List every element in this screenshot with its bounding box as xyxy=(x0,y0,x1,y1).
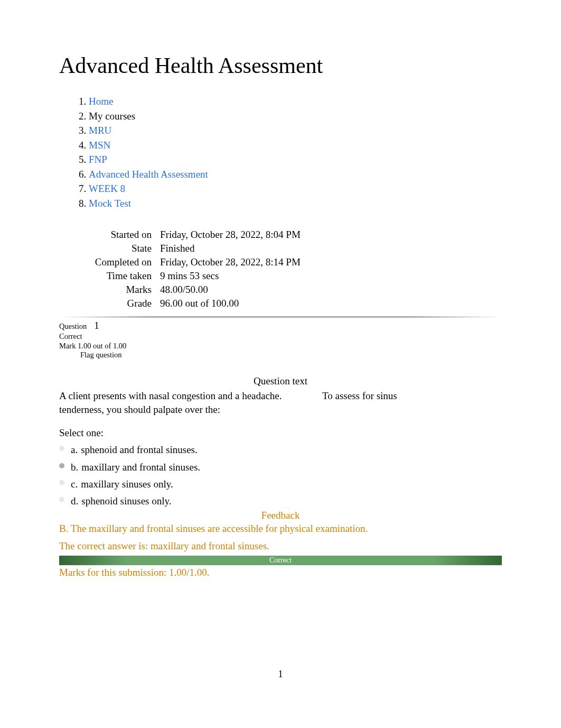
breadcrumb-item-week: WEEK 8 xyxy=(89,181,502,196)
summary-label: Marks xyxy=(59,283,156,297)
select-one-label: Select one: xyxy=(59,426,502,440)
summary-row-grade: Grade96.00 out of 100.00 xyxy=(59,297,502,310)
attempt-summary: Started onFriday, October 28, 2022, 8:04… xyxy=(59,224,502,315)
breadcrumb-item-fnp: FNP xyxy=(89,152,502,167)
option-label: a. xyxy=(71,444,78,455)
summary-value: 48.00/50.00 xyxy=(156,283,502,297)
breadcrumb-link-msn[interactable]: MSN xyxy=(89,140,110,151)
page-title: Advanced Health Assessment xyxy=(59,53,502,78)
summary-value: Friday, October 28, 2022, 8:04 PM xyxy=(156,228,502,242)
breadcrumb-link-fnp[interactable]: FNP xyxy=(89,154,107,165)
summary-value: 9 mins 53 secs xyxy=(156,269,502,283)
question-prompt: A client presents with nasal congestion … xyxy=(59,389,502,416)
question-label: Question xyxy=(59,322,87,330)
question-block: Question1 Correct Mark 1.00 out of 1.00 … xyxy=(59,320,502,578)
breadcrumb-item-mru: MRU xyxy=(89,123,502,138)
radio-icon xyxy=(59,463,64,468)
question-header: Question1 Correct Mark 1.00 out of 1.00 … xyxy=(59,320,502,360)
page-number: 1 xyxy=(59,668,502,680)
summary-label: Grade xyxy=(59,297,156,310)
summary-label: Time taken xyxy=(59,269,156,283)
summary-row-state: StateFinished xyxy=(59,242,502,255)
summary-value: Finished xyxy=(156,242,502,255)
feedback-rationale: B. The maxillary and frontal sinuses are… xyxy=(59,521,502,537)
question-correctness: Correct xyxy=(59,332,82,340)
summary-value: Friday, October 28, 2022, 8:14 PM xyxy=(156,255,502,269)
question-mark: Mark 1.00 out of 1.00 xyxy=(59,342,126,350)
option-label: d. xyxy=(71,495,78,506)
options-list: a.sphenoid and frontal sinuses. b.maxill… xyxy=(59,441,502,510)
correct-bar: Correct xyxy=(59,556,502,565)
summary-label: Completed on xyxy=(59,255,156,269)
breadcrumb-item-test: Mock Test xyxy=(89,196,502,211)
breadcrumb-item-home: Home xyxy=(89,94,502,109)
breadcrumb: Home My courses MRU MSN FNP Advanced Hea… xyxy=(59,94,502,210)
flag-question[interactable]: Flag question xyxy=(59,351,502,360)
option-a[interactable]: a.sphenoid and frontal sinuses. xyxy=(59,441,502,458)
breadcrumb-link-home[interactable]: Home xyxy=(89,96,113,107)
radio-icon xyxy=(59,480,64,485)
breadcrumb-link-mru[interactable]: MRU xyxy=(89,125,111,136)
summary-label: State xyxy=(59,242,156,255)
question-text-heading: Question text xyxy=(59,375,502,387)
option-label: b. xyxy=(71,462,78,473)
option-label: c. xyxy=(71,478,78,490)
radio-icon xyxy=(59,446,64,451)
summary-row-time-taken: Time taken9 mins 53 secs xyxy=(59,269,502,283)
breadcrumb-link-course[interactable]: Advanced Health Assessment xyxy=(89,169,208,180)
feedback-heading: Feedback xyxy=(59,510,502,521)
summary-label: Started on xyxy=(59,228,156,242)
summary-row-marks: Marks48.00/50.00 xyxy=(59,283,502,297)
question-body: A client presents with nasal congestion … xyxy=(59,389,502,510)
correct-answer-text: The correct answer is: maxillary and fro… xyxy=(59,539,502,554)
question-number: 1 xyxy=(94,320,99,331)
breadcrumb-link-test[interactable]: Mock Test xyxy=(89,198,131,209)
summary-value: 96.00 out of 100.00 xyxy=(156,297,502,310)
option-text: sphenoid and frontal sinuses. xyxy=(81,444,198,455)
option-b[interactable]: b.maxillary and frontal sinuses. xyxy=(59,459,502,476)
divider xyxy=(59,316,502,318)
breadcrumb-item-course: Advanced Health Assessment xyxy=(89,167,502,182)
breadcrumb-item-my-courses: My courses xyxy=(89,109,502,124)
breadcrumb-item-msn: MSN xyxy=(89,138,502,153)
option-d[interactable]: d.sphenoid sinuses only. xyxy=(59,493,502,510)
summary-row-started: Started onFriday, October 28, 2022, 8:04… xyxy=(59,228,502,242)
summary-row-completed: Completed onFriday, October 28, 2022, 8:… xyxy=(59,255,502,269)
option-text: sphenoid sinuses only. xyxy=(81,495,171,506)
option-text: maxillary and frontal sinuses. xyxy=(81,462,200,473)
breadcrumb-link-week[interactable]: WEEK 8 xyxy=(89,183,125,194)
submission-marks: Marks for this submission: 1.00/1.00. xyxy=(59,567,502,578)
option-text: maxillary sinuses only. xyxy=(81,478,173,490)
option-c[interactable]: c.maxillary sinuses only. xyxy=(59,476,502,493)
radio-icon xyxy=(59,497,64,502)
